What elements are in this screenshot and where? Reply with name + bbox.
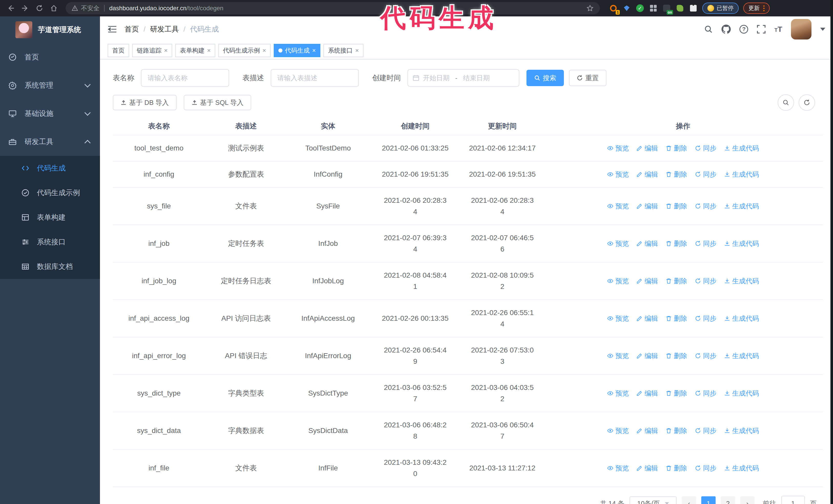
delete-link[interactable]: 删除 <box>666 350 687 361</box>
delete-link[interactable]: 删除 <box>666 275 687 287</box>
delete-link[interactable]: 删除 <box>666 238 687 249</box>
preview-link[interactable]: 预览 <box>607 350 629 361</box>
generate-code-link[interactable]: 生成代码 <box>724 425 759 436</box>
reset-button[interactable]: 重置 <box>569 70 606 86</box>
fullscreen-icon[interactable] <box>757 25 766 33</box>
delete-link[interactable]: 删除 <box>666 313 687 324</box>
tab-home[interactable]: 首页 <box>108 44 129 57</box>
edit-link[interactable]: 编辑 <box>636 200 658 212</box>
sidebar-item-form-builder[interactable]: 表单构建 <box>0 205 100 230</box>
sidebar-item-infra[interactable]: 基础设施 <box>0 99 100 128</box>
show-search-button[interactable] <box>778 94 794 111</box>
preview-link[interactable]: 预览 <box>607 169 629 180</box>
forward-icon[interactable] <box>20 3 31 14</box>
delete-link[interactable]: 删除 <box>666 169 687 180</box>
extension-dark-icon[interactable]: on <box>662 4 671 13</box>
edit-link[interactable]: 编辑 <box>636 238 658 249</box>
back-icon[interactable] <box>5 3 17 14</box>
breadcrumb-home[interactable]: 首页 <box>124 24 139 34</box>
profile-paused-pill[interactable]: 已暂停 <box>702 3 739 14</box>
extensions-puzzle-icon[interactable] <box>689 4 698 13</box>
sidebar-item-codegen[interactable]: 代码生成 <box>0 156 100 181</box>
chrome-menu-icon[interactable] <box>763 5 765 11</box>
sync-link[interactable]: 同步 <box>695 200 716 212</box>
edit-link[interactable]: 编辑 <box>636 169 658 180</box>
preview-link[interactable]: 预览 <box>607 143 629 154</box>
extension-orange-icon[interactable]: 1 <box>609 4 618 13</box>
sidebar-item-home[interactable]: 首页 <box>0 43 100 71</box>
sidebar-item-db-docs[interactable]: 数据库文档 <box>0 254 100 279</box>
security-label[interactable]: 不安全 <box>81 4 99 12</box>
close-icon[interactable]: × <box>262 47 266 54</box>
delete-link[interactable]: 删除 <box>666 462 687 474</box>
sync-link[interactable]: 同步 <box>695 169 716 180</box>
generate-code-link[interactable]: 生成代码 <box>724 313 759 324</box>
close-icon[interactable]: × <box>207 47 211 54</box>
page-button-1[interactable]: 1 <box>701 496 716 504</box>
bookmark-star-icon[interactable] <box>587 5 594 12</box>
edit-link[interactable]: 编辑 <box>636 462 658 474</box>
edit-link[interactable]: 编辑 <box>636 143 658 154</box>
close-icon[interactable]: × <box>164 47 168 54</box>
preview-link[interactable]: 预览 <box>607 388 629 399</box>
generate-code-link[interactable]: 生成代码 <box>724 169 759 180</box>
edit-link[interactable]: 编辑 <box>636 350 658 361</box>
goto-page-input[interactable] <box>781 496 805 504</box>
sync-link[interactable]: 同步 <box>695 462 716 474</box>
tab-api[interactable]: 系统接口× <box>324 44 363 57</box>
tab-codegen-demo[interactable]: 代码生成示例× <box>218 44 271 57</box>
preview-link[interactable]: 预览 <box>607 425 629 436</box>
url-bar[interactable]: 不安全 dashboard.yudao.iocoder.cn/tool/code… <box>66 2 600 14</box>
next-page-button[interactable]: › <box>740 496 755 504</box>
github-icon[interactable] <box>721 25 731 34</box>
sidebar-item-api[interactable]: 系统接口 <box>0 230 100 254</box>
date-start-placeholder[interactable]: 开始日期 <box>423 74 450 82</box>
close-icon[interactable]: × <box>312 47 316 54</box>
sync-link[interactable]: 同步 <box>695 275 716 287</box>
extension-grid-icon[interactable] <box>649 4 658 13</box>
tab-form-builder[interactable]: 表单构建× <box>175 44 215 57</box>
prev-page-button[interactable]: ‹ <box>682 496 696 504</box>
refresh-table-button[interactable] <box>799 94 815 111</box>
generate-code-link[interactable]: 生成代码 <box>724 462 759 474</box>
delete-link[interactable]: 删除 <box>666 143 687 154</box>
generate-code-link[interactable]: 生成代码 <box>724 143 759 154</box>
sidebar-item-system[interactable]: 系统管理 <box>0 71 100 99</box>
date-end-placeholder[interactable]: 结束日期 <box>463 74 490 82</box>
home-icon[interactable] <box>48 3 60 14</box>
table-desc-input[interactable] <box>271 69 359 87</box>
search-icon[interactable] <box>704 25 713 33</box>
date-range-picker[interactable]: 开始日期 - 结束日期 <box>407 69 519 87</box>
help-icon[interactable]: ? <box>739 25 748 33</box>
generate-code-link[interactable]: 生成代码 <box>724 350 759 361</box>
sync-link[interactable]: 同步 <box>695 143 716 154</box>
generate-code-link[interactable]: 生成代码 <box>724 275 759 287</box>
page-button-2[interactable]: 2 <box>721 496 735 504</box>
sidebar-item-devtools[interactable]: 研发工具 <box>0 128 100 156</box>
font-size-icon[interactable]: TT <box>774 25 782 33</box>
import-db-button[interactable]: 基于 DB 导入 <box>113 95 176 110</box>
breadcrumb-devtools[interactable]: 研发工具 <box>150 24 179 34</box>
preview-link[interactable]: 预览 <box>607 462 629 474</box>
sync-link[interactable]: 同步 <box>695 425 716 436</box>
avatar[interactable] <box>791 19 811 40</box>
edit-link[interactable]: 编辑 <box>636 388 658 399</box>
app-logo-row[interactable]: 芋道管理系统 <box>0 17 100 43</box>
delete-link[interactable]: 删除 <box>666 200 687 212</box>
update-button[interactable]: 更新 <box>743 3 770 14</box>
edit-link[interactable]: 编辑 <box>636 275 658 287</box>
sync-link[interactable]: 同步 <box>695 313 716 324</box>
preview-link[interactable]: 预览 <box>607 200 629 212</box>
extension-green-icon[interactable] <box>675 4 684 13</box>
generate-code-link[interactable]: 生成代码 <box>724 200 759 212</box>
search-button[interactable]: 搜索 <box>526 70 564 86</box>
extension-gem-icon[interactable] <box>622 4 631 13</box>
hamburger-icon[interactable] <box>108 25 117 33</box>
delete-link[interactable]: 删除 <box>666 388 687 399</box>
sync-link[interactable]: 同步 <box>695 388 716 399</box>
tab-tracing[interactable]: 链路追踪× <box>132 44 172 57</box>
preview-link[interactable]: 预览 <box>607 275 629 287</box>
close-icon[interactable]: × <box>355 47 359 54</box>
import-sql-button[interactable]: 基于 SQL 导入 <box>184 95 252 110</box>
reload-icon[interactable] <box>34 3 45 14</box>
